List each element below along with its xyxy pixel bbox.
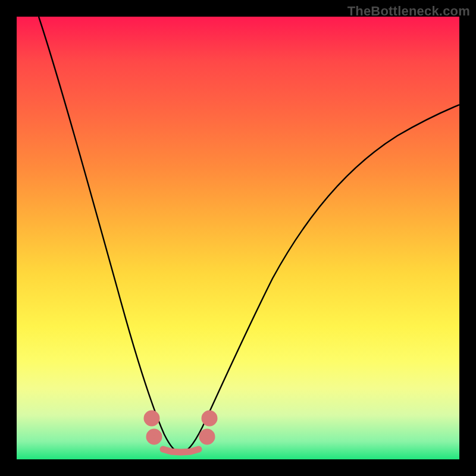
chart-svg: [17, 17, 459, 459]
marker-dot: [202, 432, 212, 441]
watermark-text: TheBottleneck.com: [347, 4, 470, 19]
marker-segment: [163, 449, 199, 452]
chart-frame: TheBottleneck.com: [0, 0, 476, 476]
marker-dot: [147, 414, 156, 423]
bottleneck-markers-group: [147, 414, 214, 452]
marker-dot: [205, 414, 214, 423]
bottleneck-curve-line: [39, 17, 459, 452]
marker-dot: [149, 432, 159, 441]
chart-plot-area: [17, 17, 459, 459]
